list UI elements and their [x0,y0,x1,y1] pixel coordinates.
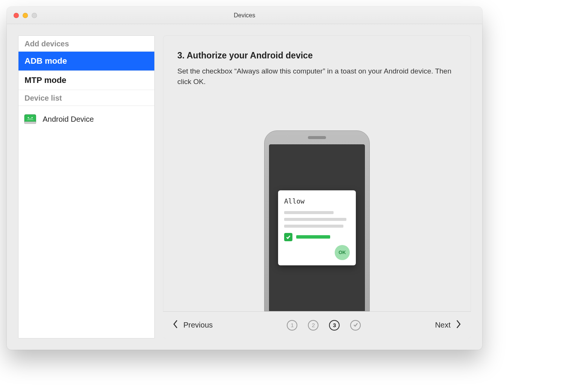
checkbox-checked-icon [284,233,292,241]
previous-button[interactable]: Previous [172,319,213,331]
step-indicator-1[interactable]: 1 [287,320,297,331]
check-icon [353,322,358,329]
step-title: 3. Authorize your Android device [177,51,457,61]
android-device-icon [24,113,37,126]
allow-toast: Allow [278,190,356,265]
placeholder-line [296,235,330,239]
placeholder-line [284,211,334,214]
step-indicator-3[interactable]: 3 [329,320,340,331]
placeholder-line [284,225,343,228]
next-label: Next [435,321,451,329]
next-button[interactable]: Next [435,319,462,331]
sidebar-item-label: MTP mode [25,75,66,85]
window-controls [14,13,37,18]
minimize-icon[interactable] [23,13,28,18]
device-name: Android Device [43,115,94,124]
toast-title: Allow [284,197,350,205]
sidebar-header-add-devices: Add devices [18,36,154,52]
device-list-item[interactable]: Android Device [18,106,154,132]
sidebar: Add devices ADB mode MTP mode Device lis… [18,35,155,338]
svg-rect-1 [25,122,36,124]
sidebar-header-device-list: Device list [18,90,154,106]
ok-button-illustration: OK [335,245,350,260]
chevron-right-icon [455,319,462,331]
step-indicator-2[interactable]: 2 [308,320,318,331]
wizard-footer: Previous 1 2 3 [163,311,471,338]
step-indicator-done[interactable] [350,320,361,331]
step-indicator: 1 2 3 [287,320,361,331]
svg-point-2 [28,117,29,118]
sidebar-item-label: ADB mode [25,56,67,66]
chevron-left-icon [172,319,179,331]
main-panel: 3. Authorize your Android device Set the… [163,35,471,338]
titlebar: Devices [7,7,482,24]
svg-point-3 [31,117,32,118]
maximize-icon[interactable] [32,13,37,18]
step-description: Set the checkbox “Always allow this comp… [177,66,457,87]
sidebar-item-adb-mode[interactable]: ADB mode [18,52,154,71]
window: Devices Add devices ADB mode MTP mode De… [7,7,482,350]
sidebar-item-mtp-mode[interactable]: MTP mode [18,71,154,90]
previous-label: Previous [183,321,213,329]
window-title: Devices [234,12,255,19]
phone-illustration: Allow [264,130,370,311]
placeholder-line [284,218,346,221]
close-icon[interactable] [14,13,19,18]
